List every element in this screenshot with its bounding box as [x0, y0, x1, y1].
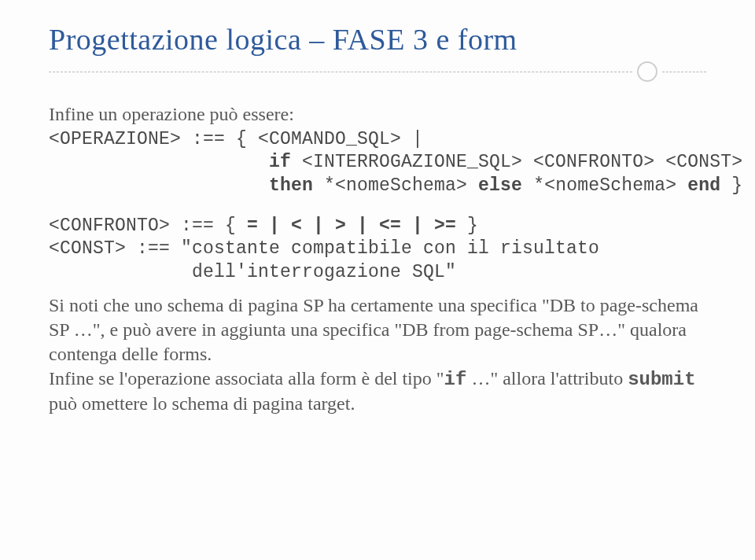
- slide: Progettazione logica – FASE 3 e form Inf…: [0, 0, 755, 560]
- divider-line: [49, 72, 632, 72]
- divider-line: [662, 72, 706, 72]
- paragraph-2b: Infine se l'operazione associata alla fo…: [49, 367, 706, 416]
- code-text: <INTERROGAZIONE_SQL> <CONFRONTO> <CONST>: [291, 152, 742, 172]
- code-indent: [49, 175, 269, 196]
- code-block-2: <CONFRONTO> :== { = | < | > | <= | >= } …: [49, 215, 706, 284]
- keyword-if-inline: if: [444, 369, 467, 390]
- keyword-submit-inline: submit: [628, 369, 695, 390]
- code-line: <CONST> :== "costante compatibile con il…: [49, 238, 599, 259]
- keyword-then: then: [269, 175, 313, 196]
- code-block-1: <OPERAZIONE> :== { <COMANDO_SQL> | if <I…: [49, 128, 706, 197]
- code-text: *<nomeSchema>: [522, 175, 676, 196]
- text: …" allora l'attributo: [466, 368, 628, 389]
- text: Infine se l'operazione associata alla fo…: [49, 368, 444, 389]
- title-row: Progettazione logica – FASE 3 e form: [49, 22, 706, 57]
- paragraph-2a: Si noti che uno schema di pagina SP ha c…: [49, 293, 706, 366]
- code-line: dell'interrogazione SQL": [49, 262, 456, 282]
- keyword-else: else: [467, 175, 522, 196]
- page-title: Progettazione logica – FASE 3 e form: [49, 22, 517, 57]
- code-text: <CONFRONTO> :== {: [49, 216, 247, 236]
- code-text: *<nomeSchema>: [313, 175, 467, 196]
- code-ops: = | < | > | <= | >=: [247, 216, 456, 236]
- code-line: <OPERAZIONE> :== { <COMANDO_SQL> |: [49, 129, 423, 149]
- circle-decoration: [637, 61, 657, 82]
- code-text: }: [456, 216, 478, 236]
- keyword-if: if: [269, 152, 291, 172]
- keyword-end: end: [676, 175, 720, 196]
- code-indent: [49, 152, 269, 172]
- text: può omettere lo schema di pagina target.: [49, 393, 355, 414]
- intro-text: Infine un operazione può essere:: [49, 102, 706, 127]
- code-text: }: [720, 175, 742, 196]
- divider-row: [49, 61, 706, 82]
